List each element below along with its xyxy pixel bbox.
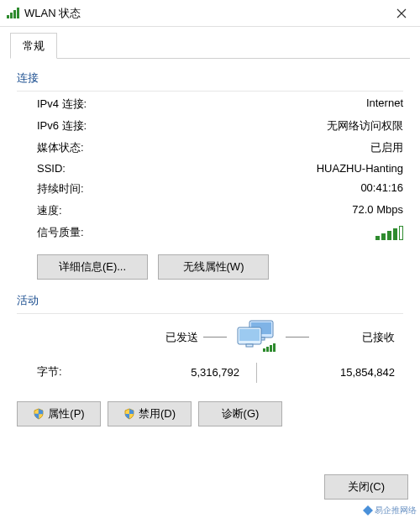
properties-button-label: 属性(P): [48, 406, 84, 421]
tab-strip: 常规: [10, 32, 410, 59]
svg-rect-5: [246, 344, 253, 347]
ipv4-label: IPv4 连接:: [37, 97, 87, 112]
row-ssid: SSID: HUAZHU-Hanting: [17, 159, 403, 178]
details-button[interactable]: 详细信息(E)...: [37, 254, 148, 280]
sent-label: 已发送: [118, 330, 198, 345]
row-speed: 速度: 72.0 Mbps: [17, 200, 403, 222]
received-label: 已接收: [314, 330, 395, 345]
diagnose-button[interactable]: 诊断(G): [198, 401, 282, 426]
ipv6-value: 无网络访问权限: [327, 118, 403, 133]
ipv4-value: Internet: [366, 97, 403, 112]
speed-label: 速度:: [37, 203, 62, 218]
shield-icon: [33, 408, 45, 420]
duration-value: 00:41:16: [360, 181, 403, 196]
media-value: 已启用: [370, 140, 403, 155]
watermark-text: 易企推网络: [375, 505, 417, 516]
ipv6-label: IPv6 连接:: [37, 118, 87, 133]
signal-bars-icon: [375, 225, 403, 240]
svg-rect-9: [273, 343, 276, 352]
wlan-signal-icon: [7, 8, 19, 18]
svg-rect-7: [266, 347, 269, 352]
speed-value: 72.0 Mbps: [352, 203, 403, 218]
group-connection-head: 连接: [17, 71, 403, 86]
activity-buttons: 属性(P) 禁用(D) 诊断(G): [17, 401, 403, 426]
row-ipv6: IPv6 连接: 无网络访问权限: [17, 115, 403, 137]
disable-button[interactable]: 禁用(D): [108, 401, 192, 426]
row-media: 媒体状态: 已启用: [17, 137, 403, 159]
bytes-separator: [239, 362, 273, 383]
bytes-row: 字节: 5,316,792 15,854,842: [17, 355, 403, 383]
window-title: WLAN 状态: [24, 6, 81, 21]
signal-quality-bars: [375, 225, 403, 243]
panel-general: 连接 IPv4 连接: Internet IPv6 连接: 无网络访问权限 媒体…: [10, 60, 410, 433]
activity-header-row: 已发送: [17, 316, 403, 355]
logo-icon: [363, 505, 373, 515]
ssid-value: HUAZHU-Hanting: [317, 162, 403, 175]
group-activity-head: 活动: [17, 293, 403, 308]
duration-label: 持续时间:: [37, 181, 84, 196]
media-label: 媒体状态:: [37, 140, 84, 155]
group-connection: 连接 IPv4 连接: Internet IPv6 连接: 无网络访问权限 媒体…: [17, 71, 403, 280]
titlebar: WLAN 状态: [0, 0, 420, 27]
tab-general[interactable]: 常规: [10, 33, 57, 59]
signal-quality-label: 信号质量:: [37, 225, 84, 243]
disable-button-label: 禁用(D): [139, 406, 176, 421]
svg-rect-8: [270, 345, 272, 352]
row-ipv4: IPv4 连接: Internet: [17, 93, 403, 115]
bytes-sent: 5,316,792: [118, 366, 239, 379]
svg-rect-4: [239, 329, 260, 341]
bytes-label: 字节:: [37, 364, 118, 379]
close-icon[interactable]: [382, 0, 420, 27]
wireless-properties-button[interactable]: 无线属性(W): [158, 254, 269, 280]
row-duration: 持续时间: 00:41:16: [17, 178, 403, 200]
content-area: 常规 连接 IPv4 连接: Internet IPv6 连接: 无网络访问权限…: [0, 27, 420, 433]
bytes-received: 15,854,842: [273, 366, 395, 379]
watermark: 易企推网络: [363, 505, 417, 516]
close-button[interactable]: 关闭(C): [324, 474, 408, 500]
svg-rect-6: [263, 348, 265, 352]
properties-button[interactable]: 属性(P): [17, 401, 101, 426]
footer: 关闭(C): [324, 474, 408, 500]
connection-buttons: 详细信息(E)... 无线属性(W): [37, 254, 403, 280]
row-signal-quality: 信号质量:: [17, 222, 403, 246]
group-activity: 活动 已发送: [17, 293, 403, 426]
monitors-icon: [232, 319, 281, 355]
shield-icon: [123, 408, 135, 420]
ssid-label: SSID:: [37, 162, 66, 175]
